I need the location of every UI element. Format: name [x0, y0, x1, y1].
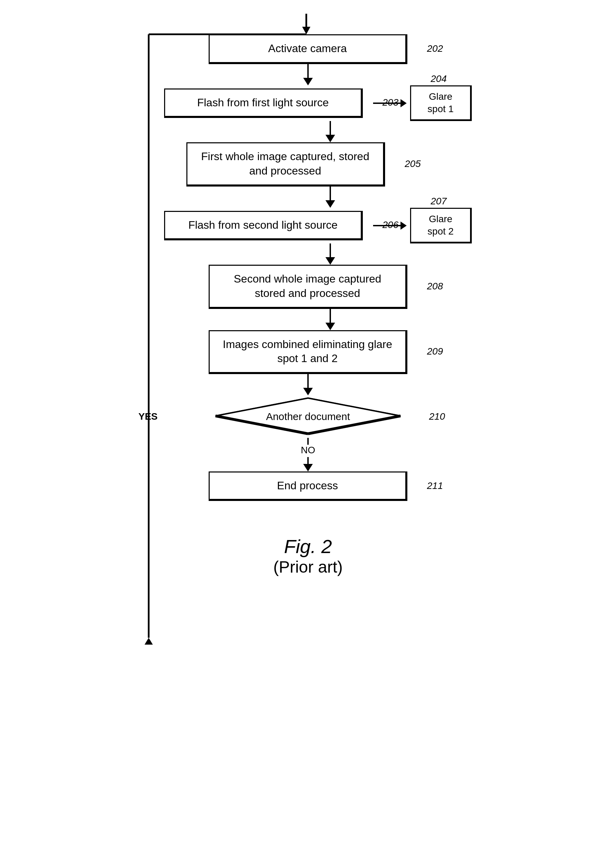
figure-subtitle: (Prior art) [273, 558, 343, 577]
arrow-head-6 [303, 388, 313, 396]
arrow-3 [325, 186, 335, 208]
first-image-ref: 205 [405, 158, 421, 170]
glare-spot-2-box: Glarespot 2 [410, 208, 472, 244]
decision-label: Another document [266, 411, 350, 422]
glare-spot-1-label: Glarespot 1 [427, 91, 454, 114]
end-process-row: End process 211 [119, 471, 497, 501]
svg-marker-1 [302, 27, 310, 34]
svg-marker-4 [145, 638, 153, 645]
end-process-label: End process [277, 479, 338, 492]
arrow-6 [303, 374, 313, 396]
flowchart: Activate camera 202 Flash from first lig… [119, 14, 497, 577]
arrow-line-8 [307, 457, 309, 464]
first-image-box: First whole image captured, stored and p… [186, 142, 385, 186]
end-process-wrapper: End process 211 [209, 471, 407, 501]
end-process-box: End process 211 [209, 471, 407, 501]
flash-second-label: Flash from second light source [189, 219, 338, 231]
glare-spot-2-ref: 207 [431, 196, 447, 207]
flash-first-box: Flash from first light source 203 [164, 88, 363, 118]
images-combined-label: Images combined eliminating glare spot 1… [223, 338, 392, 365]
glare-spot-1-side: 204 Glarespot 1 [373, 85, 472, 121]
flash-first-wrapper: Flash from first light source 203 [164, 88, 363, 118]
end-process-ref: 211 [427, 479, 443, 492]
second-image-box: Second whole image captured stored and p… [209, 265, 407, 309]
arrow-head-4 [325, 257, 335, 265]
first-image-wrapper: First whole image captured, stored and p… [186, 142, 385, 186]
flash-first-label: Flash from first light source [197, 96, 328, 109]
h-arrow-head-1 [401, 99, 407, 107]
arrow-head-7 [303, 464, 313, 471]
glare-spot-2-label: Glarespot 2 [427, 214, 454, 236]
arrow-1 [303, 64, 313, 85]
activate-camera-label: Activate camera [268, 42, 347, 55]
arrow-head [303, 78, 313, 85]
images-combined-box: Images combined eliminating glare spot 1… [209, 330, 407, 374]
decision-wrapper: Another document 210 [209, 396, 407, 438]
no-label: NO [301, 445, 315, 456]
h-arrow-2 [373, 222, 407, 230]
images-combined-ref: 209 [427, 345, 443, 358]
h-line-2 [373, 225, 401, 226]
h-arrow-head-2 [401, 222, 407, 230]
yes-label: YES [138, 411, 157, 422]
arrow-head-2 [325, 135, 335, 142]
glare-spot-2-container: 207 Glarespot 2 [410, 208, 472, 244]
flash-second-row: Flash from second light source 206 207 G… [119, 208, 497, 244]
glare-spot-1-ref: 204 [431, 73, 447, 84]
arrow-line-2 [330, 121, 331, 135]
arrow-4 [325, 243, 335, 265]
images-combined-row: Images combined eliminating glare spot 1… [119, 330, 497, 374]
glare-spot-1-container: 204 Glarespot 1 [410, 85, 472, 121]
second-image-ref: 208 [427, 280, 443, 293]
glare-spot-1-box: Glarespot 1 [410, 85, 472, 121]
arrow-line-6 [307, 374, 309, 388]
second-image-row: Second whole image captured stored and p… [119, 265, 497, 309]
flash-second-box: Flash from second light source 206 [164, 211, 363, 241]
images-combined-wrapper: Images combined eliminating glare spot 1… [209, 330, 407, 374]
arrow-2 [325, 121, 335, 142]
decision-ref: 210 [429, 411, 445, 422]
second-image-label: Second whole image captured stored and p… [234, 273, 381, 299]
another-document-text: Another document [266, 411, 350, 422]
arrow-line [307, 64, 309, 78]
figure-title: Fig. 2 [273, 535, 343, 558]
flash-first-row: Flash from first light source 203 204 Gl… [119, 85, 497, 121]
arrow-line-5 [330, 309, 331, 323]
glare-spot-2-side: 207 Glarespot 2 [373, 208, 472, 244]
arrow-line-7 [307, 438, 309, 445]
decision-row: YES Another document 210 [119, 396, 497, 438]
arrow-head-3 [325, 200, 335, 208]
arrow-line-4 [330, 243, 331, 257]
first-image-label: First whole image captured, stored and p… [201, 150, 369, 177]
arrow-5 [325, 309, 335, 330]
h-arrow-1 [373, 99, 407, 107]
first-image-row: First whole image captured, stored and p… [142, 142, 519, 186]
second-image-wrapper: Second whole image captured stored and p… [209, 265, 407, 309]
activate-camera-row: Activate camera 202 [119, 34, 497, 64]
arrow-line-3 [330, 186, 331, 200]
figure-caption: Fig. 2 (Prior art) [273, 535, 343, 577]
arrow-head-5 [325, 323, 335, 330]
no-arrow: NO [301, 438, 315, 471]
activate-camera-box: Activate camera 202 [209, 34, 407, 64]
h-line-1 [373, 102, 401, 104]
activate-camera-ref: 202 [427, 43, 443, 55]
flash-second-wrapper: Flash from second light source 206 [164, 211, 363, 241]
